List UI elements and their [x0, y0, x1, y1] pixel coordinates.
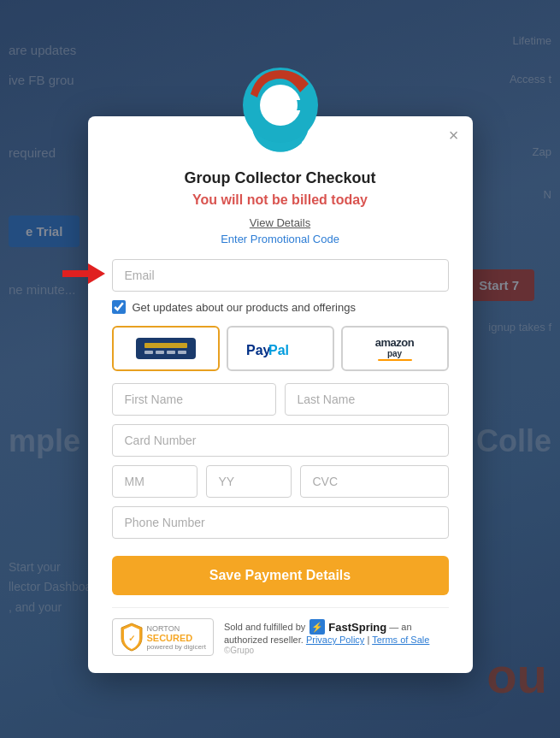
num-block-3 [167, 351, 175, 354]
norton-digicert: powered by digicert [147, 643, 206, 651]
close-button[interactable]: × [449, 127, 459, 144]
promo-code-link[interactable]: Enter Promotional Code [221, 233, 339, 245]
svg-point-8 [263, 88, 298, 122]
payment-tabs: Pay Pal amazon pay [112, 326, 449, 371]
footer-text: Sold and fulfilled by ⚡ FastSpring — an … [224, 619, 449, 655]
modal-subtitle: You will not be billed today [112, 192, 449, 208]
payment-tab-card[interactable] [112, 326, 220, 371]
card-numbers [144, 351, 186, 354]
email-input[interactable] [112, 259, 449, 292]
sold-by-text: Sold and fulfilled by [224, 622, 305, 632]
norton-badge: ✓ NORTON SECURED powered by digicert [112, 618, 214, 656]
card-icon [136, 338, 196, 359]
email-row [112, 259, 449, 292]
modal-footer: ✓ NORTON SECURED powered by digicert Sol… [112, 607, 449, 656]
amazon-text: amazon [375, 336, 414, 349]
terms-of-sale-link[interactable]: Terms of Sale [372, 635, 429, 645]
modal-overlay: × Group Collector Checkout You will not … [0, 0, 560, 738]
cvc-input[interactable] [300, 465, 449, 498]
checkbox-row: Get updates about our products and offer… [112, 300, 449, 314]
gc-logo-svg [242, 67, 319, 144]
first-name-input[interactable] [112, 383, 276, 416]
num-block-2 [156, 351, 164, 354]
checkbox-label: Get updates about our products and offer… [133, 301, 356, 314]
payment-tab-amazon[interactable]: amazon pay [341, 326, 449, 371]
view-details-link[interactable]: View Details [250, 216, 310, 229]
save-payment-button[interactable]: Save Payment Details [112, 556, 449, 595]
modal-links: View Details Enter Promotional Code [112, 216, 449, 245]
svg-text:Pay: Pay [246, 343, 271, 357]
yy-input[interactable] [206, 465, 292, 498]
svg-text:✓: ✓ [128, 634, 135, 643]
mm-input[interactable] [112, 465, 197, 498]
norton-secured: SECURED [147, 633, 206, 643]
norton-line1: NORTON [147, 624, 206, 633]
fs-bolt-icon: ⚡ [309, 619, 325, 635]
arrow-indicator [62, 262, 105, 289]
last-name-input[interactable] [285, 383, 449, 416]
footer-separator: | [367, 635, 369, 645]
footer-grupo: ©Grupo [224, 646, 254, 655]
fastspring-logo: ⚡ FastSpring [308, 619, 386, 635]
payment-tab-paypal[interactable]: Pay Pal [227, 326, 334, 371]
svg-text:Pal: Pal [268, 343, 289, 357]
amazon-pay-logo: amazon pay [375, 336, 414, 361]
phone-row [112, 506, 449, 539]
norton-text-block: NORTON SECURED powered by digicert [147, 624, 206, 651]
expiry-cvc-row [112, 465, 449, 498]
privacy-policy-link[interactable]: Privacy Policy [306, 635, 364, 645]
card-stripe [144, 343, 187, 348]
authorized-text: authorized reseller. [224, 635, 304, 645]
card-number-row [112, 424, 449, 457]
amazon-underline [378, 359, 412, 361]
checkout-modal: × Group Collector Checkout You will not … [88, 116, 473, 673]
num-block-1 [144, 351, 153, 354]
modal-title: Group Collector Checkout [112, 169, 449, 187]
num-block-4 [178, 351, 186, 354]
svg-marker-9 [62, 263, 105, 284]
phone-input[interactable] [112, 506, 449, 539]
fastspring-name: FastSpring [328, 621, 386, 634]
updates-checkbox[interactable] [112, 300, 126, 314]
name-row [112, 383, 449, 416]
norton-shield-icon: ✓ [120, 623, 144, 652]
paypal-logo: Pay Pal [246, 339, 315, 358]
footer-dash: — an [389, 622, 411, 632]
card-number-input[interactable] [112, 424, 449, 457]
amazon-pay-text: pay [387, 349, 402, 358]
